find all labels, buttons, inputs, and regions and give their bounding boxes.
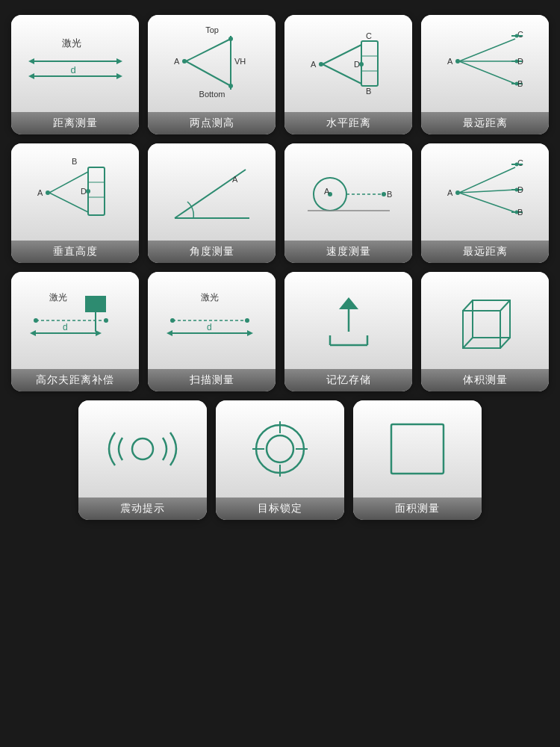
svg-text:A: A xyxy=(37,188,43,197)
card-angle[interactable]: A 角度测量 xyxy=(148,143,276,263)
svg-line-32 xyxy=(459,39,515,61)
svg-marker-2 xyxy=(28,58,34,64)
row-2: B A D 垂直高度 xyxy=(11,143,549,263)
card-distance[interactable]: 激光 d 距离测量 xyxy=(11,15,139,134)
icon-farthest-1: C A D B xyxy=(421,15,549,112)
svg-point-80 xyxy=(34,318,38,323)
svg-line-13 xyxy=(186,61,231,86)
svg-line-66 xyxy=(459,167,515,193)
svg-text:D: D xyxy=(354,60,360,69)
row-3: 激光 d 高尔夫距离补偿 激光 xyxy=(11,272,549,391)
label-vertical-height: 垂直高度 xyxy=(11,241,139,263)
label-vibration: 震动提示 xyxy=(78,498,207,520)
label-area-measure: 面积测量 xyxy=(353,498,482,520)
row-4: 震动提示 目标锁定 面积测量 xyxy=(78,400,482,520)
label-farthest-1: 最远距离 xyxy=(421,112,549,134)
svg-point-81 xyxy=(104,318,108,323)
label-farthest-2: 最远距离 xyxy=(421,241,549,263)
svg-line-102 xyxy=(463,300,473,311)
svg-marker-6 xyxy=(116,73,122,79)
svg-point-106 xyxy=(132,438,153,459)
svg-point-36 xyxy=(514,34,518,38)
label-speed: 速度测量 xyxy=(284,241,412,263)
svg-point-59 xyxy=(382,192,386,196)
svg-text:B: B xyxy=(387,190,392,199)
label-golf-distance: 高尔夫距离补偿 xyxy=(11,369,139,391)
card-area-measure[interactable]: 面积测量 xyxy=(353,400,482,520)
svg-point-17 xyxy=(228,84,233,88)
svg-text:Bottom: Bottom xyxy=(199,90,225,99)
svg-point-108 xyxy=(267,436,293,462)
svg-marker-84 xyxy=(30,330,36,336)
svg-text:C: C xyxy=(517,30,523,39)
svg-rect-113 xyxy=(391,424,444,474)
card-scan-measure[interactable]: 激光 d 扫描测量 xyxy=(148,272,276,391)
label-horizontal-distance: 水平距离 xyxy=(284,112,412,134)
svg-marker-96 xyxy=(339,297,358,309)
card-speed[interactable]: A B 速度测量 xyxy=(284,143,412,263)
svg-text:C: C xyxy=(517,158,523,167)
svg-text:d: d xyxy=(70,64,75,75)
svg-text:B: B xyxy=(366,87,371,96)
card-two-point-height[interactable]: Top Bottom A VH 两点测高 xyxy=(148,15,276,134)
svg-text:A: A xyxy=(174,57,180,66)
svg-line-34 xyxy=(459,61,515,84)
svg-point-27 xyxy=(359,62,364,66)
card-memory-storage[interactable]: 记忆存储 xyxy=(284,272,412,391)
svg-point-90 xyxy=(245,318,249,323)
svg-line-67 xyxy=(459,190,515,193)
label-scan-measure: 扫描测量 xyxy=(148,369,276,391)
svg-text:D: D xyxy=(81,187,87,196)
svg-marker-92 xyxy=(167,330,172,336)
label-memory-storage: 记忆存储 xyxy=(284,369,412,391)
svg-point-16 xyxy=(228,37,233,41)
svg-rect-22 xyxy=(361,41,378,86)
svg-line-12 xyxy=(186,39,231,61)
svg-text:A: A xyxy=(324,187,330,196)
label-angle: 角度测量 xyxy=(148,241,276,263)
card-golf-distance[interactable]: 激光 d 高尔夫距离补偿 xyxy=(11,272,139,391)
svg-text:Top: Top xyxy=(205,25,219,34)
svg-text:B: B xyxy=(72,157,77,166)
label-two-point-height: 两点测高 xyxy=(148,112,276,134)
card-vibration[interactable]: 震动提示 xyxy=(78,400,207,520)
icon-speed: A B xyxy=(284,143,412,241)
icon-volume-measure xyxy=(421,272,549,369)
card-vertical-height[interactable]: B A D 垂直高度 xyxy=(11,143,139,263)
svg-point-52 xyxy=(86,189,90,193)
icon-two-point-height: Top Bottom A VH xyxy=(148,15,276,112)
svg-line-104 xyxy=(463,338,473,348)
icon-horizontal-distance: A C D B xyxy=(284,15,412,112)
icon-area-measure xyxy=(353,400,482,498)
svg-marker-3 xyxy=(116,58,122,64)
svg-text:激光: 激光 xyxy=(49,292,67,303)
icon-vertical-height: B A D xyxy=(11,143,139,241)
svg-rect-48 xyxy=(88,167,105,215)
svg-text:C: C xyxy=(366,31,372,40)
svg-text:D: D xyxy=(517,185,523,194)
icon-farthest-2: C A D B xyxy=(421,143,549,241)
svg-text:B: B xyxy=(517,208,523,217)
icon-golf-distance: 激光 d xyxy=(11,272,139,369)
svg-text:激光: 激光 xyxy=(201,292,219,303)
svg-line-103 xyxy=(500,300,510,311)
svg-text:d: d xyxy=(63,322,68,332)
label-distance: 距离测量 xyxy=(11,112,139,134)
icon-angle: A xyxy=(148,143,276,241)
svg-marker-93 xyxy=(247,330,253,336)
card-farthest-1[interactable]: C A D B 最远距离 xyxy=(421,15,549,134)
icon-distance: 激光 d xyxy=(11,15,139,112)
svg-text:A: A xyxy=(447,188,453,197)
icon-target-lock xyxy=(216,400,344,498)
svg-marker-85 xyxy=(96,330,102,336)
svg-point-89 xyxy=(170,318,175,323)
svg-text:B: B xyxy=(517,79,523,88)
icon-scan-measure: 激光 d xyxy=(148,272,276,369)
svg-marker-5 xyxy=(28,73,34,79)
svg-text:VH: VH xyxy=(234,57,246,66)
card-volume-measure[interactable]: 体积测量 xyxy=(421,272,549,391)
svg-line-105 xyxy=(500,338,510,348)
card-horizontal-distance[interactable]: A C D B 水平距离 xyxy=(284,15,412,134)
card-farthest-2[interactable]: C A D B 最远距离 xyxy=(421,143,549,263)
card-target-lock[interactable]: 目标锁定 xyxy=(216,400,344,520)
